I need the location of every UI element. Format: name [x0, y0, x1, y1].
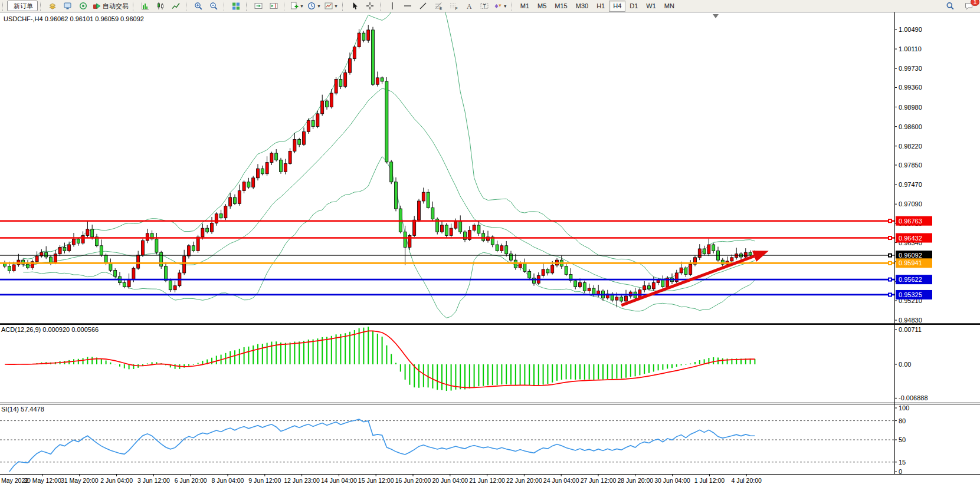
svg-text:80: 80	[899, 417, 906, 424]
svg-text:20 Jun 04:00: 20 Jun 04:00	[432, 477, 468, 484]
svg-text:A: A	[467, 2, 472, 11]
svg-text:0.95325: 0.95325	[899, 291, 922, 298]
dropdown-caret-icon: ▼	[503, 4, 507, 8]
svg-text:T: T	[483, 3, 486, 9]
svg-text:0.94830: 0.94830	[899, 317, 922, 324]
zoom-in-icon	[194, 2, 202, 10]
text-label-button[interactable]: T	[477, 0, 492, 12]
new-order-button-label: 新订单	[14, 2, 33, 11]
chart-shift-icon	[270, 2, 278, 10]
market-watch-icon	[48, 2, 57, 10]
svg-text:22 Jun 20:00: 22 Jun 20:00	[506, 477, 542, 484]
svg-text:0.98600: 0.98600	[899, 123, 922, 130]
timeframe-h4-button[interactable]: H4	[609, 1, 625, 12]
crosshair-button[interactable]	[362, 0, 378, 12]
svg-text:0: 0	[899, 468, 902, 475]
tile-windows-button[interactable]	[228, 0, 244, 12]
navigator-icon[interactable]	[60, 0, 76, 12]
timeframe-m15-button[interactable]: M15	[550, 1, 571, 12]
svg-text:0.98980: 0.98980	[899, 104, 922, 111]
indicators-icon	[290, 2, 299, 10]
cursor-button[interactable]	[347, 0, 362, 12]
candle-chart-icon	[156, 2, 165, 10]
svg-text:9 Jun 12:00: 9 Jun 12:00	[248, 477, 281, 484]
svg-text:F: F	[455, 6, 457, 11]
toolbar-group-grip	[246, 2, 249, 11]
bar-chart-icon	[141, 2, 149, 10]
svg-text:8 Jun 04:00: 8 Jun 04:00	[212, 477, 244, 484]
svg-text:0.97090: 0.97090	[899, 200, 922, 208]
shapes-icon	[494, 2, 502, 10]
dropdown-caret-icon: ▼	[317, 4, 321, 8]
fibonacci-icon: E	[434, 2, 443, 10]
shapes-button[interactable]: ▼	[492, 0, 509, 12]
svg-text:6 Jun 20:00: 6 Jun 20:00	[175, 477, 207, 484]
navigator-icon	[64, 2, 72, 10]
signals-icon[interactable]	[76, 0, 91, 12]
autotrading-button-label: 自动交易	[103, 2, 129, 11]
zoom-in-button[interactable]	[191, 0, 206, 12]
svg-text:0.99730: 0.99730	[899, 65, 922, 72]
timeframe-m30-button[interactable]: M30	[572, 1, 592, 12]
timeframe-d1-button[interactable]: D1	[625, 1, 642, 12]
svg-text:0.98220: 0.98220	[899, 143, 922, 150]
vline-icon	[388, 2, 396, 10]
autotrading-button[interactable]: 自动交易	[91, 0, 130, 12]
timeframe-h1-button[interactable]: H1	[592, 1, 609, 12]
svg-text:E: E	[440, 6, 443, 11]
svg-text:0.00: 0.00	[899, 361, 911, 368]
toolbar-group-grip	[284, 2, 287, 11]
timeframe-m5-button[interactable]: M5	[533, 1, 550, 12]
bar-chart-button[interactable]	[137, 0, 153, 12]
timeframe-m1-button[interactable]: M1	[516, 1, 533, 12]
svg-text:0.99360: 0.99360	[899, 84, 922, 91]
svg-text:21 Jun 12:00: 21 Jun 12:00	[469, 477, 505, 484]
svg-text:31 May 20:00: 31 May 20:00	[61, 477, 99, 484]
search-button[interactable]	[942, 0, 958, 12]
templates-button[interactable]: ▼	[323, 0, 340, 12]
svg-text:15 Jun 12:00: 15 Jun 12:00	[358, 477, 394, 484]
market-watch-icon[interactable]	[45, 0, 60, 12]
svg-text:15: 15	[899, 459, 906, 466]
vertical-line-button[interactable]	[385, 0, 400, 12]
svg-text:0.96092: 0.96092	[899, 252, 922, 259]
chart-shift-button[interactable]	[266, 0, 281, 12]
fibonacci-button[interactable]: E	[431, 0, 446, 12]
svg-text:4 Jul 20:00: 4 Jul 20:00	[732, 477, 762, 484]
templates-icon	[325, 2, 333, 10]
horizontal-line-button[interactable]	[400, 0, 415, 12]
indicators-button[interactable]: ▼	[289, 0, 306, 12]
svg-text:0.96763: 0.96763	[899, 218, 922, 225]
zoom-out-icon	[209, 2, 218, 10]
line-chart-button[interactable]	[168, 0, 183, 12]
svg-text:0.95622: 0.95622	[899, 276, 922, 283]
svg-text:1 Jul 12:00: 1 Jul 12:00	[694, 477, 725, 484]
toolbar-group-grip	[186, 2, 189, 11]
auto-scroll-button[interactable]	[251, 0, 266, 12]
trendline-icon	[419, 2, 427, 10]
svg-text:30 Jun 04:00: 30 Jun 04:00	[654, 477, 690, 484]
periods-button[interactable]: ▼	[306, 0, 323, 12]
auto-scroll-icon	[254, 2, 263, 10]
trendline-button[interactable]	[415, 0, 431, 12]
line-chart-icon	[172, 2, 180, 10]
timeframe-mn-button[interactable]: MN	[660, 1, 679, 12]
equidistant-channel-button[interactable]: F	[446, 0, 461, 12]
dropdown-caret-icon: ▼	[334, 4, 338, 8]
periods-icon	[307, 2, 316, 10]
toolbar-group-grip	[342, 2, 345, 11]
zoom-out-button[interactable]	[206, 0, 221, 12]
text-button[interactable]: A	[461, 0, 477, 12]
autotrading-icon	[93, 2, 101, 10]
cursor-icon	[350, 2, 359, 10]
chart-symbol-header: USDCHF-,H4 0.96062 0.96101 0.96059 0.960…	[4, 15, 144, 22]
toolbar-group-grip	[224, 2, 227, 11]
candlestick-chart-button[interactable]	[153, 0, 168, 12]
chat-button[interactable]: 1	[961, 0, 976, 12]
chart-canvas[interactable]: 1.004901.001100.997300.993600.989800.986…	[0, 12, 980, 484]
toolbar-group-grip	[380, 2, 383, 11]
search-icon	[946, 2, 954, 10]
svg-text:1.00490: 1.00490	[899, 26, 922, 33]
new-order-button[interactable]: 新订单	[7, 1, 38, 11]
timeframe-w1-button[interactable]: W1	[642, 1, 660, 12]
